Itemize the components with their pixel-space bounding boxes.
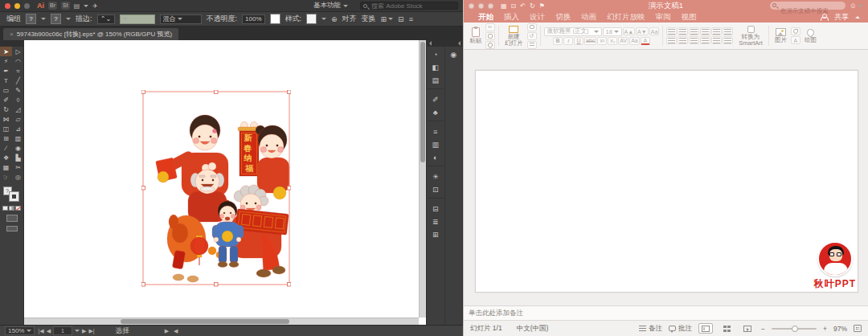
character-spacing-button[interactable]: AV <box>618 37 628 45</box>
screen-mode-button[interactable] <box>6 226 18 232</box>
stroke-weight-stepper[interactable]: ⌃⌄ <box>97 14 115 24</box>
stock-icon[interactable]: St <box>61 2 70 10</box>
redo-icon[interactable]: ↻ <box>530 2 535 10</box>
panel-icon-libraries-panel[interactable]: ▤ <box>428 74 443 87</box>
tool-paintbrush[interactable]: ✎ <box>12 85 24 95</box>
feedback-smiley-icon[interactable]: ☺ <box>850 2 863 10</box>
stroke-color-swatch[interactable]: ? <box>51 14 61 24</box>
strikethrough-button[interactable]: abc <box>584 37 596 45</box>
flag-icon[interactable]: ⚑ <box>539 2 545 10</box>
tool-selection[interactable]: ➤ <box>0 47 12 56</box>
selection-handle[interactable] <box>141 283 145 287</box>
tab-home[interactable]: 开始 <box>478 12 493 23</box>
tool-direct-selection[interactable]: ▷ <box>12 47 24 56</box>
tool-zoom[interactable]: ◎ <box>12 172 24 182</box>
panel-icon-color-guide-panel[interactable]: ◧ <box>428 61 443 74</box>
horizontal-scrollbar[interactable] <box>24 318 419 325</box>
comments-toggle-button[interactable]: 批注 <box>669 324 692 334</box>
tool-perspective-grid[interactable]: ⊿ <box>12 124 24 133</box>
last-artboard-button[interactable]: ▶| <box>88 328 94 334</box>
panel-icon-color-panel[interactable]: ◔ <box>428 48 443 61</box>
panel-icon-transparency-panel[interactable]: ◐ <box>428 151 443 164</box>
line-spacing-button[interactable] <box>711 27 722 35</box>
tab-transitions[interactable]: 切换 <box>555 12 571 23</box>
notes-toggle-button[interactable]: 备注 <box>639 324 662 334</box>
selection-handle[interactable] <box>141 186 145 191</box>
opacity-value-field[interactable]: 100% <box>242 14 264 24</box>
language-indicator[interactable]: 中文(中国) <box>517 324 549 334</box>
section-button[interactable] <box>527 41 537 49</box>
reset-button[interactable]: ↺ <box>527 32 537 40</box>
tool-width[interactable]: ⋈ <box>0 114 12 124</box>
superscript-button[interactable]: x² <box>597 37 607 45</box>
tool-column-graph[interactable]: ▙ <box>12 153 24 162</box>
dock-header[interactable] <box>427 40 463 47</box>
align-button[interactable]: 对齐 <box>342 14 357 24</box>
selection-handle[interactable] <box>141 90 145 94</box>
zoom-window-button[interactable] <box>24 3 30 9</box>
tool-pencil[interactable]: ✐ <box>0 95 12 104</box>
tool-type[interactable]: T <box>0 76 12 85</box>
tool-line[interactable]: ╱ <box>12 76 24 85</box>
undo-icon[interactable]: ↶ <box>520 2 526 10</box>
minimize-window-button[interactable] <box>478 3 484 9</box>
convert-to-smartart-button[interactable]: 转换为SmartArt <box>736 26 765 47</box>
tool-shape-builder[interactable]: ◫ <box>0 124 12 133</box>
zoom-level-select[interactable]: 150% <box>5 326 35 335</box>
tool-lasso[interactable]: ◠ <box>12 56 24 66</box>
grow-font-button[interactable]: A▲ <box>623 27 636 35</box>
stroke-proxy[interactable] <box>10 192 18 201</box>
align-text-button[interactable] <box>723 36 733 44</box>
color-button[interactable] <box>2 206 8 211</box>
tool-symbol-sprayer[interactable]: ❖ <box>0 153 12 162</box>
tool-magic-wand[interactable]: ⚡ <box>0 56 12 66</box>
slides-icon[interactable]: ▦ <box>501 2 507 10</box>
tool-rotate[interactable]: ↻ <box>0 104 12 114</box>
zoom-slider-knob[interactable] <box>792 326 798 332</box>
document-tab[interactable]: × 59743b900c06c [转换].eps* @ 150% (RGB/GP… <box>3 28 178 40</box>
scrollbar-thumb[interactable] <box>420 42 425 162</box>
decrease-indent-button[interactable] <box>689 27 699 35</box>
bullets-button[interactable] <box>666 27 677 35</box>
panel-menu-icon[interactable]: ≡ <box>409 15 413 23</box>
globe-icon[interactable]: ⊕ <box>331 15 338 23</box>
layout-button[interactable] <box>527 23 537 31</box>
tab-insert[interactable]: 插入 <box>504 12 519 23</box>
art-shoe[interactable] <box>272 266 285 274</box>
presentation-search[interactable] <box>770 2 845 10</box>
scroll-right-icon[interactable]: ▶ <box>165 328 169 334</box>
scroll-left-icon[interactable]: ◀ <box>174 328 178 334</box>
slideshow-view-button[interactable] <box>740 323 755 334</box>
new-slide-button[interactable]: 新建幻灯片 <box>502 26 526 47</box>
cut-button[interactable]: ✂ <box>485 23 495 31</box>
next-artboard-button[interactable]: ▶ <box>82 328 86 334</box>
isolate-icon[interactable]: ⊞ <box>381 15 394 23</box>
panel-icon-swatches-panel[interactable]: ◉ <box>446 48 461 61</box>
font-size-select[interactable]: 18 <box>603 27 622 36</box>
fill-color-swatch[interactable]: ? <box>26 14 36 24</box>
drawing-mode-button[interactable] <box>6 215 18 222</box>
tool-rectangle[interactable]: ▭ <box>0 85 12 95</box>
zoom-slider[interactable] <box>772 328 817 330</box>
panel-icon-symbols-panel[interactable]: ♣ <box>428 106 443 119</box>
columns-button[interactable] <box>723 27 733 35</box>
minimize-window-button[interactable] <box>14 3 20 9</box>
align-left-button[interactable] <box>666 36 677 44</box>
underline-button[interactable]: U <box>574 37 583 45</box>
fit-slide-to-window-button[interactable] <box>854 325 862 332</box>
collapse-ribbon-icon[interactable] <box>855 16 860 18</box>
none-button[interactable] <box>15 206 21 211</box>
scrollbar-thumb[interactable] <box>121 319 289 324</box>
tool-slice[interactable]: ✂ <box>12 162 24 172</box>
vertical-scrollbar[interactable] <box>419 40 426 318</box>
art-mother[interactable] <box>256 125 289 193</box>
close-tab-icon[interactable]: × <box>10 31 14 38</box>
tab-view[interactable]: 视图 <box>682 12 697 23</box>
close-window-button[interactable] <box>5 3 10 9</box>
collapse-panels-icon[interactable] <box>458 41 461 46</box>
slide-canvas[interactable] <box>475 70 858 293</box>
tool-free-transform[interactable]: ▱ <box>12 114 24 124</box>
transform-button[interactable]: 变换 <box>362 14 376 24</box>
adobe-stock-search[interactable] <box>360 2 458 10</box>
tool-curvature[interactable]: ≈ <box>12 66 24 76</box>
